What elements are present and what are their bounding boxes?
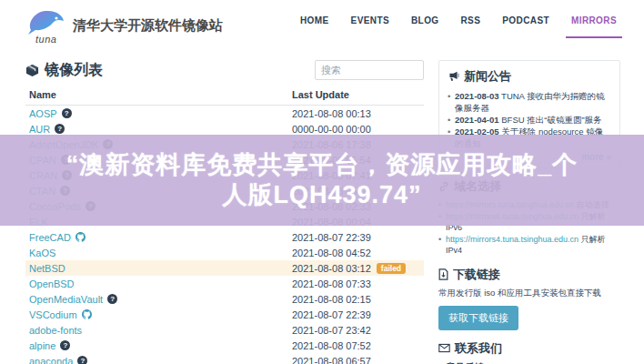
last-update: 2021-08-08 03:12 <box>292 263 371 274</box>
download-desc: 常用发行版 iso 和应用工具安装包直接下载 <box>438 288 620 299</box>
news-item[interactable]: 2021-08-03 TUNA 接收由华为捐赠的镜像服务器 <box>448 90 611 114</box>
logo-wordmark: tuna <box>35 34 56 45</box>
last-update: 2021-08-08 04:52 <box>292 248 371 258</box>
download-title: 下载链接 <box>453 267 500 283</box>
last-update: 0000-00-00 00:00 <box>292 124 371 135</box>
package-cube-icon <box>25 64 39 77</box>
table-row: anaconda?2021-08-08 06:57 <box>25 353 424 364</box>
last-update: 2021-08-08 06:57 <box>292 356 371 364</box>
mirror-link[interactable]: KaOS <box>29 248 55 258</box>
news-title: 新闻公告 <box>464 68 511 85</box>
table-row: NetBSD2021-08-08 03:12failed <box>25 260 424 276</box>
spam-text-overlay: “澳新资料库免费共享平台，资源应用攻略_个 人版LQH439.74” <box>0 135 644 226</box>
mirror-link[interactable]: VSCodium <box>29 309 77 320</box>
last-update: 2021-08-08 07:52 <box>292 340 371 351</box>
table-row: KaOS2021-08-08 04:52 <box>25 245 424 260</box>
main-nav: HOMEEVENTSBLOGRSSPODCASTMIRRORS <box>300 10 617 42</box>
last-update: 2021-08-08 00:13 <box>292 108 371 119</box>
mirror-link[interactable]: OpenMediaVault <box>29 294 103 305</box>
spam-text-line1: “澳新资料库免费共享平台，资源应用攻略_个 <box>66 150 579 180</box>
help-icon[interactable]: ? <box>77 356 87 364</box>
search-input[interactable] <box>315 60 424 80</box>
news-date: 2021-04-01 <box>455 115 499 125</box>
contact-item: 意见反馈https://github.com/tuna/issues <box>438 361 620 364</box>
table-row: FreeCAD2021-08-07 22:39 <box>25 229 424 245</box>
mirror-link[interactable]: OpenBSD <box>29 278 75 289</box>
contact-label: 意见反馈 <box>446 361 620 364</box>
github-icon[interactable] <box>82 309 92 319</box>
table-row: adobe-fonts2021-08-07 23:42 <box>25 322 424 338</box>
column-name: Name <box>29 89 292 100</box>
table-row: OpenBSD2021-08-08 07:33 <box>25 276 424 291</box>
nav-item-mirrors[interactable]: MIRRORS <box>571 10 617 42</box>
table-row: alpine?2021-08-08 07:52 <box>25 338 424 353</box>
megaphone-icon <box>448 71 459 83</box>
news-date: 2021-08-03 <box>455 91 499 101</box>
table-row: OpenMediaVault?2021-08-08 02:15 <box>25 291 424 307</box>
table-row: VSCodium2021-08-07 22:39 <box>25 307 424 322</box>
site-title: 清华大学开源软件镜像站 <box>73 17 223 35</box>
mirror-link[interactable]: NetBSD <box>29 263 65 274</box>
nav-item-podcast[interactable]: PODCAST <box>502 10 549 42</box>
mirror-link[interactable]: adobe-fonts <box>29 325 82 336</box>
mirror-link[interactable]: anaconda <box>29 356 73 364</box>
brand[interactable]: tuna 清华大学开源软件镜像站 <box>25 6 223 45</box>
contact-section: 联系我们 意见反馈https://github.com/tuna/issues发… <box>438 340 620 364</box>
nav-item-blog[interactable]: BLOG <box>411 10 439 42</box>
mirror-link[interactable]: alpine <box>29 340 55 351</box>
nav-item-rss[interactable]: RSS <box>461 10 481 42</box>
mirror-link[interactable]: AUR <box>29 124 50 135</box>
contact-title: 联系我们 <box>455 340 502 357</box>
domain-item: https://mirrors4.tuna.tsinghua.edu.cn 只解… <box>438 234 620 257</box>
mirror-link[interactable]: FreeCAD <box>29 232 71 243</box>
last-update: 2021-08-07 22:39 <box>292 309 371 320</box>
last-update: 2021-08-08 02:15 <box>292 294 371 305</box>
table-header: Name Last Update <box>25 80 424 106</box>
mirror-list-title: 镜像列表 <box>45 61 103 80</box>
mirror-link[interactable]: AOSP <box>29 108 57 119</box>
mail-icon <box>438 343 450 353</box>
column-last-update: Last Update <box>292 89 424 100</box>
help-icon[interactable]: ? <box>107 294 117 304</box>
tuna-fish-logo-icon: tuna <box>25 6 65 45</box>
domain-link[interactable]: https://mirrors4.tuna.tsinghua.edu.cn <box>446 235 579 244</box>
nav-item-home[interactable]: HOME <box>300 10 329 42</box>
table-row: AOSP?2021-08-08 00:13 <box>25 106 424 121</box>
spam-text-line2: 人版LQH439.74” <box>222 180 421 210</box>
help-icon[interactable]: ? <box>60 340 70 350</box>
nav-item-events[interactable]: EVENTS <box>351 10 389 42</box>
download-section: 下载链接 常用发行版 iso 和应用工具安装包直接下载 获取下载链接 <box>438 267 620 330</box>
download-file-icon <box>438 268 448 280</box>
last-update: 2021-08-07 22:39 <box>292 232 371 243</box>
get-download-links-button[interactable]: 获取下载链接 <box>438 306 518 330</box>
help-icon[interactable]: ? <box>55 124 65 134</box>
news-item[interactable]: 2021-04-01 BFSU 推出“破镜重圆”服务 <box>448 114 611 126</box>
last-update: 2021-08-07 23:42 <box>292 325 371 336</box>
last-update: 2021-08-08 07:33 <box>292 278 371 289</box>
help-icon[interactable]: ? <box>62 108 72 118</box>
github-icon[interactable] <box>75 232 86 242</box>
failed-badge: failed <box>377 263 406 274</box>
top-header: tuna 清华大学开源软件镜像站 HOMEEVENTSBLOGRSSPODCAS… <box>0 0 644 51</box>
